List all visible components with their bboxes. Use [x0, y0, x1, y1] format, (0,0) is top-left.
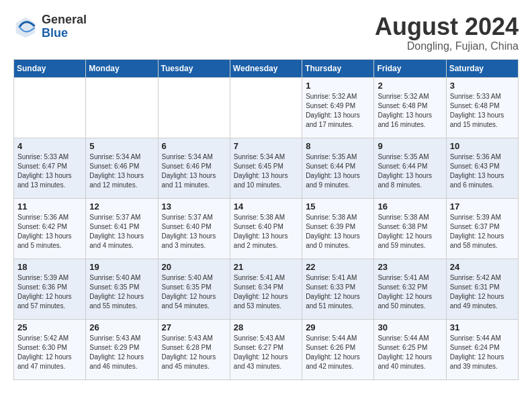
logo-blue-text: Blue [42, 27, 87, 40]
day-info: Sunrise: 5:40 AM Sunset: 6:35 PM Dayligh… [162, 273, 226, 311]
day-info: Sunrise: 5:43 AM Sunset: 6:28 PM Dayligh… [162, 334, 226, 371]
day-number: 30 [378, 322, 442, 332]
calendar-cell: 23Sunrise: 5:41 AM Sunset: 6:32 PM Dayli… [374, 259, 446, 319]
calendar-cell: 24Sunrise: 5:42 AM Sunset: 6:31 PM Dayli… [446, 259, 518, 319]
calendar-cell: 17Sunrise: 5:39 AM Sunset: 6:37 PM Dayli… [446, 198, 518, 259]
calendar-cell [86, 77, 158, 138]
calendar-cell: 15Sunrise: 5:38 AM Sunset: 6:39 PM Dayli… [302, 198, 374, 259]
calendar-cell: 28Sunrise: 5:43 AM Sunset: 6:27 PM Dayli… [230, 319, 302, 379]
day-number: 6 [162, 141, 226, 151]
day-number: 5 [89, 141, 154, 151]
location-subtitle: Dongling, Fujian, China [375, 40, 519, 52]
day-info: Sunrise: 5:44 AM Sunset: 6:25 PM Dayligh… [378, 334, 442, 371]
day-info: Sunrise: 5:42 AM Sunset: 6:31 PM Dayligh… [450, 273, 515, 311]
calendar-cell: 21Sunrise: 5:41 AM Sunset: 6:34 PM Dayli… [230, 259, 302, 319]
day-info: Sunrise: 5:38 AM Sunset: 6:39 PM Dayligh… [306, 213, 370, 250]
day-number: 22 [306, 262, 370, 272]
logo-icon [13, 15, 38, 39]
day-info: Sunrise: 5:36 AM Sunset: 6:42 PM Dayligh… [17, 213, 82, 250]
day-number: 1 [306, 81, 370, 91]
day-number: 9 [378, 141, 442, 151]
calendar-cell: 31Sunrise: 5:44 AM Sunset: 6:24 PM Dayli… [446, 319, 518, 379]
week-row-5: 25Sunrise: 5:42 AM Sunset: 6:30 PM Dayli… [14, 319, 519, 379]
day-info: Sunrise: 5:42 AM Sunset: 6:30 PM Dayligh… [17, 334, 82, 371]
weekday-header-saturday: Saturday [446, 59, 518, 77]
week-row-4: 18Sunrise: 5:39 AM Sunset: 6:36 PM Dayli… [14, 259, 519, 319]
calendar-cell: 22Sunrise: 5:41 AM Sunset: 6:33 PM Dayli… [302, 259, 374, 319]
calendar-cell: 29Sunrise: 5:44 AM Sunset: 6:26 PM Dayli… [302, 319, 374, 379]
day-info: Sunrise: 5:39 AM Sunset: 6:37 PM Dayligh… [450, 213, 515, 250]
page-header: General Blue August 2024 Dongling, Fujia… [13, 13, 519, 52]
day-number: 26 [89, 322, 154, 332]
calendar-cell: 27Sunrise: 5:43 AM Sunset: 6:28 PM Dayli… [158, 319, 230, 379]
calendar-cell: 2Sunrise: 5:32 AM Sunset: 6:48 PM Daylig… [374, 77, 446, 138]
day-info: Sunrise: 5:36 AM Sunset: 6:43 PM Dayligh… [450, 152, 515, 190]
day-number: 11 [17, 201, 82, 212]
calendar-cell: 16Sunrise: 5:38 AM Sunset: 6:38 PM Dayli… [374, 198, 446, 259]
day-info: Sunrise: 5:40 AM Sunset: 6:35 PM Dayligh… [89, 273, 154, 311]
day-number: 25 [17, 322, 82, 332]
calendar-cell: 20Sunrise: 5:40 AM Sunset: 6:35 PM Dayli… [158, 259, 230, 319]
calendar-cell: 12Sunrise: 5:37 AM Sunset: 6:41 PM Dayli… [86, 198, 158, 259]
calendar-cell: 9Sunrise: 5:35 AM Sunset: 6:44 PM Daylig… [374, 138, 446, 198]
day-number: 12 [89, 201, 154, 212]
weekday-header-monday: Monday [86, 59, 158, 77]
logo: General Blue [13, 13, 87, 40]
day-number: 23 [378, 262, 442, 272]
day-number: 2 [378, 81, 442, 91]
day-number: 3 [450, 81, 515, 91]
day-info: Sunrise: 5:32 AM Sunset: 6:49 PM Dayligh… [306, 92, 370, 130]
calendar-cell [14, 77, 86, 138]
weekday-header-tuesday: Tuesday [158, 59, 230, 77]
logo-general-text: General [42, 13, 87, 27]
calendar-cell: 1Sunrise: 5:32 AM Sunset: 6:49 PM Daylig… [302, 77, 374, 138]
week-row-1: 1Sunrise: 5:32 AM Sunset: 6:49 PM Daylig… [14, 77, 519, 138]
day-number: 4 [17, 141, 82, 151]
calendar-cell: 7Sunrise: 5:34 AM Sunset: 6:45 PM Daylig… [230, 138, 302, 198]
calendar-cell: 6Sunrise: 5:34 AM Sunset: 6:46 PM Daylig… [158, 138, 230, 198]
day-number: 7 [234, 141, 298, 151]
calendar-cell: 5Sunrise: 5:34 AM Sunset: 6:46 PM Daylig… [86, 138, 158, 198]
day-number: 19 [89, 262, 154, 272]
day-info: Sunrise: 5:35 AM Sunset: 6:44 PM Dayligh… [378, 152, 442, 190]
calendar-cell [158, 77, 230, 138]
day-number: 8 [306, 141, 370, 151]
calendar-cell: 13Sunrise: 5:37 AM Sunset: 6:40 PM Dayli… [158, 198, 230, 259]
day-number: 17 [450, 201, 515, 212]
day-number: 20 [162, 262, 226, 272]
weekday-header-friday: Friday [374, 59, 446, 77]
day-info: Sunrise: 5:37 AM Sunset: 6:41 PM Dayligh… [89, 213, 154, 250]
day-info: Sunrise: 5:41 AM Sunset: 6:34 PM Dayligh… [234, 273, 298, 311]
day-number: 21 [234, 262, 298, 272]
calendar-cell: 25Sunrise: 5:42 AM Sunset: 6:30 PM Dayli… [14, 319, 86, 379]
day-info: Sunrise: 5:38 AM Sunset: 6:38 PM Dayligh… [378, 213, 442, 250]
logo-text: General Blue [42, 13, 87, 40]
calendar-cell: 10Sunrise: 5:36 AM Sunset: 6:43 PM Dayli… [446, 138, 518, 198]
day-number: 28 [234, 322, 298, 332]
day-number: 13 [162, 201, 226, 212]
day-info: Sunrise: 5:33 AM Sunset: 6:47 PM Dayligh… [17, 152, 82, 190]
day-info: Sunrise: 5:44 AM Sunset: 6:26 PM Dayligh… [306, 334, 370, 371]
day-info: Sunrise: 5:41 AM Sunset: 6:33 PM Dayligh… [306, 273, 370, 311]
week-row-3: 11Sunrise: 5:36 AM Sunset: 6:42 PM Dayli… [14, 198, 519, 259]
calendar-cell: 26Sunrise: 5:43 AM Sunset: 6:29 PM Dayli… [86, 319, 158, 379]
weekday-header-thursday: Thursday [302, 59, 374, 77]
title-block: August 2024 Dongling, Fujian, China [375, 13, 519, 52]
month-year-title: August 2024 [375, 13, 519, 40]
calendar-cell: 11Sunrise: 5:36 AM Sunset: 6:42 PM Dayli… [14, 198, 86, 259]
day-number: 24 [450, 262, 515, 272]
calendar-cell: 30Sunrise: 5:44 AM Sunset: 6:25 PM Dayli… [374, 319, 446, 379]
weekday-header-sunday: Sunday [14, 59, 86, 77]
day-info: Sunrise: 5:37 AM Sunset: 6:40 PM Dayligh… [162, 213, 226, 250]
calendar-cell: 4Sunrise: 5:33 AM Sunset: 6:47 PM Daylig… [14, 138, 86, 198]
day-number: 31 [450, 322, 515, 332]
calendar-cell [230, 77, 302, 138]
day-number: 14 [234, 201, 298, 212]
day-info: Sunrise: 5:34 AM Sunset: 6:46 PM Dayligh… [89, 152, 154, 190]
day-number: 29 [306, 322, 370, 332]
calendar-table: SundayMondayTuesdayWednesdayThursdayFrid… [13, 59, 519, 380]
calendar-cell: 19Sunrise: 5:40 AM Sunset: 6:35 PM Dayli… [86, 259, 158, 319]
day-info: Sunrise: 5:34 AM Sunset: 6:45 PM Dayligh… [234, 152, 298, 190]
day-info: Sunrise: 5:32 AM Sunset: 6:48 PM Dayligh… [378, 92, 442, 130]
day-info: Sunrise: 5:43 AM Sunset: 6:29 PM Dayligh… [89, 334, 154, 371]
